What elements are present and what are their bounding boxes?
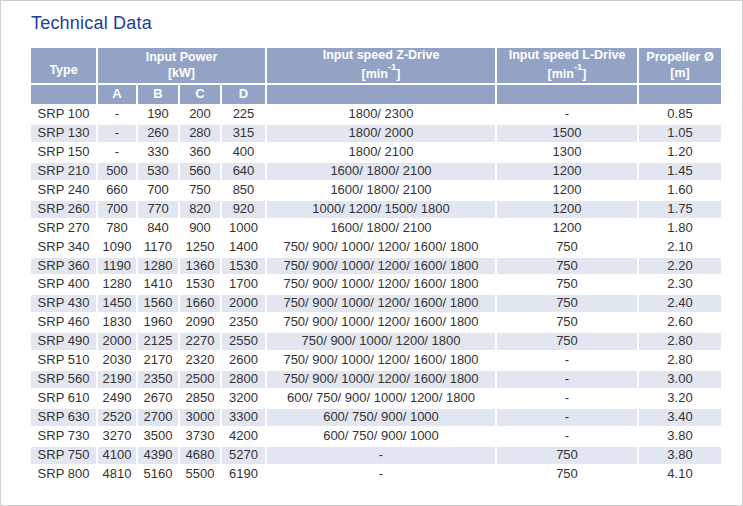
cell-power-a: 2520 xyxy=(98,409,136,426)
page-title: Technical Data xyxy=(31,13,742,34)
cell-type: SRP 630 xyxy=(31,409,96,426)
cell-type: SRP 240 xyxy=(31,182,96,199)
cell-z-drive-speed: 750/ 900/ 1000/ 1200/ 1600/ 1800 xyxy=(267,239,495,256)
cell-power-d: 400 xyxy=(222,144,265,161)
cell-power-b: 1410 xyxy=(138,276,178,293)
cell-power-a: 2490 xyxy=(98,390,136,407)
page: Technical Data Type Input Power [kW] Inp… xyxy=(0,0,743,506)
cell-z-drive-speed: 1600/ 1800/ 2100 xyxy=(267,182,495,199)
cell-power-c: 750 xyxy=(180,182,220,199)
cell-z-drive-speed: 1800/ 2000 xyxy=(267,125,495,142)
table-row: SRP 100 - 190 200 225 1800/ 2300 - 0.85 xyxy=(31,106,721,123)
column-header-c: C xyxy=(180,85,220,104)
cell-power-d: 2350 xyxy=(222,314,265,331)
cell-power-a: 780 xyxy=(98,220,136,237)
cell-propeller-diameter: 3.80 xyxy=(639,428,721,445)
table-body: SRP 100 - 190 200 225 1800/ 2300 - 0.85 … xyxy=(31,106,721,483)
cell-z-drive-speed: 1800/ 2100 xyxy=(267,144,495,161)
cell-power-c: 1250 xyxy=(180,239,220,256)
cell-power-c: 2270 xyxy=(180,333,220,350)
cell-power-b: 1280 xyxy=(138,258,178,275)
cell-power-a: 3270 xyxy=(98,428,136,445)
cell-l-drive-speed: 750 xyxy=(497,333,637,350)
header-row-main: Type Input Power [kW] Input speed Z-Driv… xyxy=(31,48,721,83)
cell-power-a: 1090 xyxy=(98,239,136,256)
cell-type: SRP 460 xyxy=(31,314,96,331)
cell-propeller-diameter: 2.20 xyxy=(639,258,721,275)
technical-data-table: Type Input Power [kW] Input speed Z-Driv… xyxy=(29,46,723,485)
table-row: SRP 730 3270 3500 3730 4200 600/ 750/ 90… xyxy=(31,428,721,445)
cell-power-a: 2030 xyxy=(98,352,136,369)
cell-power-a: 500 xyxy=(98,163,136,180)
cell-power-d: 6190 xyxy=(222,466,265,483)
cell-power-b: 2670 xyxy=(138,390,178,407)
cell-power-d: 2550 xyxy=(222,333,265,350)
cell-power-a: 700 xyxy=(98,201,136,218)
propeller-unit: [m] xyxy=(641,66,719,82)
table-row: SRP 430 1450 1560 1660 2000 750/ 900/ 10… xyxy=(31,295,721,312)
cell-power-a: - xyxy=(98,106,136,123)
cell-l-drive-speed: 1200 xyxy=(497,163,637,180)
cell-power-c: 3730 xyxy=(180,428,220,445)
input-power-unit: [kW] xyxy=(100,66,263,82)
cell-z-drive-speed: 600/ 750/ 900/ 1000/ 1200/ 1800 xyxy=(267,390,495,407)
cell-propeller-diameter: 3.00 xyxy=(639,371,721,388)
cell-propeller-diameter: 1.75 xyxy=(639,201,721,218)
cell-power-b: 5160 xyxy=(138,466,178,483)
cell-power-c: 1360 xyxy=(180,258,220,275)
cell-l-drive-speed: 1200 xyxy=(497,220,637,237)
column-header-type: Type xyxy=(31,48,96,83)
cell-power-c: 5500 xyxy=(180,466,220,483)
cell-power-a: 2190 xyxy=(98,371,136,388)
cell-power-d: 920 xyxy=(222,201,265,218)
l-drive-label: Input speed L-Drive xyxy=(499,48,635,64)
table-row: SRP 270 780 840 900 1000 1600/ 1800/ 210… xyxy=(31,220,721,237)
cell-l-drive-speed: - xyxy=(497,428,637,445)
cell-power-d: 5270 xyxy=(222,447,265,464)
cell-power-c: 3000 xyxy=(180,409,220,426)
cell-power-b: 1560 xyxy=(138,295,178,312)
table-row: SRP 260 700 770 820 920 1000/ 1200/ 1500… xyxy=(31,201,721,218)
cell-power-b: 3500 xyxy=(138,428,178,445)
cell-z-drive-speed: 750/ 900/ 1000/ 1200/ 1600/ 1800 xyxy=(267,314,495,331)
cell-power-a: - xyxy=(98,144,136,161)
cell-propeller-diameter: 2.80 xyxy=(639,352,721,369)
cell-power-c: 2320 xyxy=(180,352,220,369)
table-row: SRP 150 - 330 360 400 1800/ 2100 1300 1.… xyxy=(31,144,721,161)
cell-power-b: 530 xyxy=(138,163,178,180)
cell-power-a: 4810 xyxy=(98,466,136,483)
cell-power-b: 2350 xyxy=(138,371,178,388)
cell-power-b: 840 xyxy=(138,220,178,237)
cell-propeller-diameter: 0.85 xyxy=(639,106,721,123)
subheader-propeller-spacer xyxy=(639,85,721,104)
cell-power-c: 1660 xyxy=(180,295,220,312)
cell-l-drive-speed: 1300 xyxy=(497,144,637,161)
cell-z-drive-speed: 750/ 900/ 1000/ 1200/ 1600/ 1800 xyxy=(267,352,495,369)
cell-z-drive-speed: 600/ 750/ 900/ 1000 xyxy=(267,409,495,426)
cell-type: SRP 260 xyxy=(31,201,96,218)
cell-power-b: 190 xyxy=(138,106,178,123)
cell-power-d: 1000 xyxy=(222,220,265,237)
cell-l-drive-speed: - xyxy=(497,390,637,407)
cell-power-d: 1700 xyxy=(222,276,265,293)
cell-power-b: 770 xyxy=(138,201,178,218)
cell-propeller-diameter: 3.80 xyxy=(639,447,721,464)
cell-type: SRP 360 xyxy=(31,258,96,275)
cell-power-a: 2000 xyxy=(98,333,136,350)
cell-type: SRP 610 xyxy=(31,390,96,407)
cell-power-d: 3200 xyxy=(222,390,265,407)
column-header-b: B xyxy=(138,85,178,104)
cell-propeller-diameter: 4.10 xyxy=(639,466,721,483)
cell-propeller-diameter: 2.60 xyxy=(639,314,721,331)
z-drive-label: Input speed Z-Drive xyxy=(269,48,493,64)
cell-propeller-diameter: 2.80 xyxy=(639,333,721,350)
cell-power-d: 850 xyxy=(222,182,265,199)
cell-type: SRP 560 xyxy=(31,371,96,388)
cell-power-c: 2500 xyxy=(180,371,220,388)
table-row: SRP 800 4810 5160 5500 6190 - 750 4.10 xyxy=(31,466,721,483)
column-header-z-drive: Input speed Z-Drive [min-1] xyxy=(267,48,495,83)
table-row: SRP 490 2000 2125 2270 2550 750/ 900/ 10… xyxy=(31,333,721,350)
cell-power-a: 4100 xyxy=(98,447,136,464)
cell-l-drive-speed: 750 xyxy=(497,295,637,312)
cell-type: SRP 490 xyxy=(31,333,96,350)
